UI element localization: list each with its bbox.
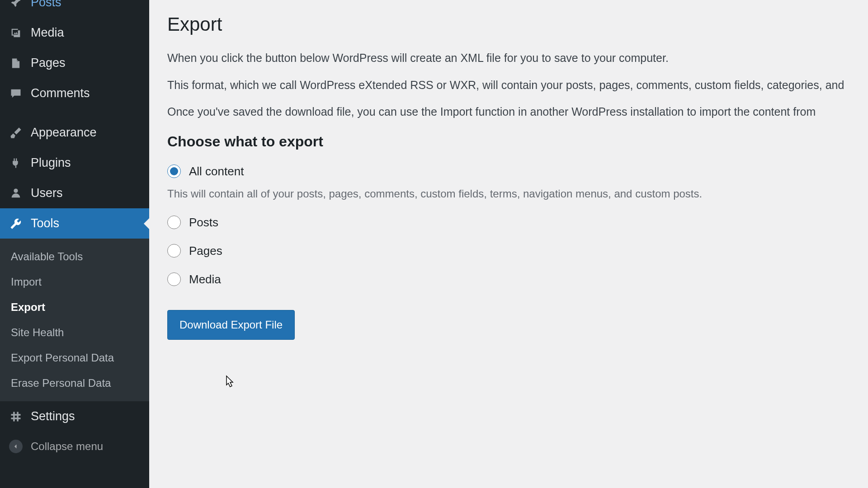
intro-paragraph-3: Once you've saved the download file, you… [167,103,850,121]
settings-icon [9,410,23,423]
user-icon [9,187,23,200]
sidebar-item-label: Plugins [31,156,71,170]
submenu-erase-personal[interactable]: Erase Personal Data [0,371,149,396]
radio-media-input[interactable] [167,272,181,286]
radio-all-label[interactable]: All content [189,164,244,178]
intro-paragraph-1: When you click the button below WordPres… [167,50,850,67]
radio-pages-label[interactable]: Pages [189,244,222,258]
admin-sidebar: Posts Media Pages Comments Appearance Pl… [0,0,149,488]
comment-icon [9,87,23,100]
submenu-available-tools[interactable]: Available Tools [0,244,149,269]
radio-all-desc: This will contain all of your posts, pag… [167,188,850,200]
radio-pages-input[interactable] [167,244,181,258]
sidebar-item-posts[interactable]: Posts [0,0,149,18]
main-content: Export When you click the button below W… [149,0,868,488]
sidebar-item-label: Appearance [31,126,97,140]
sidebar-item-label: Media [31,26,64,40]
radio-posts-input[interactable] [167,216,181,229]
media-icon [9,26,23,40]
intro-paragraph-2: This format, which we call WordPress eXt… [167,77,850,94]
submenu-site-health[interactable]: Site Health [0,320,149,345]
pin-icon [9,0,23,9]
brush-icon [9,126,23,140]
radio-all-input[interactable] [167,164,181,178]
radio-media-label[interactable]: Media [189,272,221,286]
sidebar-item-label: Users [31,186,63,200]
sidebar-item-label: Pages [31,56,66,70]
sidebar-item-label: Comments [31,86,90,100]
tools-submenu: Available Tools Import Export Site Healt… [0,239,149,401]
page-icon [9,56,23,70]
collapse-label: Collapse menu [31,440,103,453]
radio-posts-label[interactable]: Posts [189,216,218,230]
sidebar-item-label: Tools [31,216,59,230]
wrench-icon [9,217,23,230]
collapse-menu[interactable]: Collapse menu [0,432,149,461]
sidebar-item-settings[interactable]: Settings [0,401,149,432]
submenu-import[interactable]: Import [0,269,149,295]
sidebar-item-appearance[interactable]: Appearance [0,117,149,148]
plug-icon [9,156,23,170]
sidebar-item-plugins[interactable]: Plugins [0,148,149,178]
radio-pages[interactable]: Pages [167,244,850,258]
radio-all-content[interactable]: All content [167,164,850,178]
sidebar-item-users[interactable]: Users [0,178,149,208]
radio-posts[interactable]: Posts [167,216,850,230]
collapse-icon [9,440,23,453]
radio-media[interactable]: Media [167,272,850,286]
sidebar-item-label: Posts [31,0,61,9]
sidebar-item-tools[interactable]: Tools [0,208,149,239]
sidebar-item-comments[interactable]: Comments [0,78,149,108]
sidebar-item-label: Settings [31,409,75,423]
sidebar-item-pages[interactable]: Pages [0,48,149,78]
sidebar-item-media[interactable]: Media [0,18,149,48]
section-title: Choose what to export [167,133,850,150]
page-title: Export [167,14,850,35]
menu-separator [0,108,149,117]
download-export-button[interactable]: Download Export File [167,310,295,340]
submenu-export[interactable]: Export [0,295,149,320]
submenu-export-personal[interactable]: Export Personal Data [0,345,149,371]
